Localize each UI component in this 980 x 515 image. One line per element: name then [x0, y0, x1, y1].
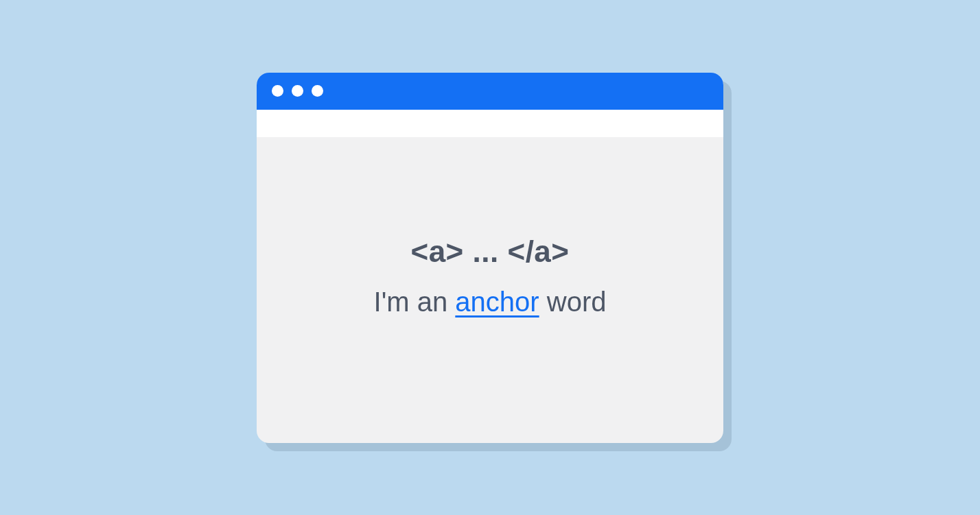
sentence-after: word — [539, 287, 607, 317]
anchor-link[interactable]: anchor — [455, 287, 539, 317]
maximize-icon[interactable] — [312, 85, 323, 97]
browser-window: <a> ... </a> I'm an anchor word — [257, 73, 723, 443]
title-bar — [257, 73, 723, 110]
minimize-icon[interactable] — [292, 85, 303, 97]
code-example: <a> ... </a> — [410, 235, 569, 269]
example-sentence: I'm an anchor word — [374, 287, 607, 318]
sentence-before: I'm an — [374, 287, 456, 317]
address-bar-area — [257, 110, 723, 137]
content-area: <a> ... </a> I'm an anchor word — [257, 137, 723, 443]
close-icon[interactable] — [272, 85, 283, 97]
